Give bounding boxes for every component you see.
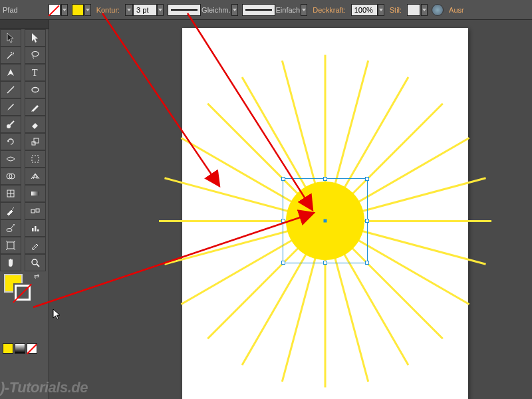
svg-point-0 — [32, 52, 39, 57]
stroke-cap-text: Gleichm. — [201, 6, 230, 14]
shape-builder-tool[interactable] — [0, 168, 21, 185]
control-bar: Pfad Kontur: Gleichm. Einfach Deckkraft:… — [0, 0, 532, 20]
resize-handle[interactable] — [323, 177, 327, 181]
mesh-tool[interactable] — [0, 185, 21, 202]
svg-rect-6 — [34, 138, 39, 143]
artboard[interactable] — [182, 28, 468, 399]
color-controls: ⇄ — [0, 271, 49, 311]
stroke-weight-label: Kontur: — [95, 6, 121, 14]
free-transform-tool[interactable] — [25, 150, 46, 168]
color-mode-solid[interactable] — [3, 343, 13, 354]
stroke-color-swatch[interactable] — [13, 283, 32, 302]
svg-rect-19 — [7, 242, 14, 249]
hand-tool[interactable] — [0, 254, 21, 271]
stroke-join-text: Einfach — [276, 6, 301, 14]
svg-rect-18 — [37, 229, 39, 231]
brush-definition[interactable] — [242, 4, 275, 16]
resize-handle[interactable] — [365, 177, 369, 181]
align-label: Ausr — [448, 6, 466, 14]
svg-rect-11 — [31, 192, 39, 196]
tools-panel: T ⇄ — [0, 20, 49, 399]
color-mode-gradient[interactable] — [15, 343, 25, 354]
resize-handle[interactable] — [281, 177, 285, 181]
pen-tool[interactable] — [0, 64, 21, 81]
resize-handle[interactable] — [281, 219, 285, 223]
canvas-area[interactable] — [49, 20, 532, 399]
blend-tool[interactable] — [25, 202, 46, 219]
svg-point-15 — [13, 224, 15, 225]
tool-grid: T — [0, 29, 49, 271]
stroke-weight-dropdown[interactable] — [157, 4, 164, 16]
scale-tool[interactable] — [25, 133, 46, 150]
watermark-text: )-Tutorials.de — [0, 379, 88, 396]
lasso-tool[interactable] — [25, 47, 46, 64]
color-mode-row — [0, 343, 49, 354]
svg-text:T: T — [32, 68, 38, 78]
stroke-dropdown[interactable] — [84, 4, 91, 16]
opacity-label: Deckkraft: — [311, 6, 347, 14]
recolor-artwork-icon[interactable] — [432, 4, 444, 16]
stroke-swatch[interactable] — [72, 4, 84, 16]
panel-grip[interactable] — [0, 20, 49, 29]
svg-point-14 — [7, 229, 12, 232]
resize-handle[interactable] — [365, 219, 369, 223]
selection-tool[interactable] — [0, 29, 21, 47]
opacity-input[interactable] — [351, 4, 378, 16]
blob-brush-tool[interactable] — [0, 116, 21, 133]
style-dropdown[interactable] — [421, 4, 428, 16]
opacity-dropdown[interactable] — [378, 4, 384, 16]
line-tool[interactable] — [0, 81, 21, 98]
selection-mode-label: Pfad — [3, 6, 18, 14]
svg-point-3 — [32, 88, 39, 92]
stroke-profile-dropdown[interactable] — [231, 4, 238, 16]
svg-rect-16 — [32, 228, 34, 231]
magic-wand-tool[interactable] — [0, 47, 21, 64]
stroke-profile[interactable] — [168, 4, 201, 16]
resize-handle[interactable] — [281, 261, 285, 265]
svg-rect-17 — [35, 226, 37, 231]
perspective-grid-tool[interactable] — [25, 168, 46, 185]
svg-rect-13 — [36, 209, 39, 212]
pencil-tool[interactable] — [25, 98, 46, 116]
fill-dropdown[interactable] — [61, 4, 68, 16]
gradient-tool[interactable] — [25, 185, 46, 202]
brush-dropdown[interactable] — [301, 4, 307, 16]
rotate-tool[interactable] — [0, 133, 21, 150]
eyedropper-tool[interactable] — [0, 202, 21, 219]
stroke-stepper-down[interactable] — [125, 4, 133, 16]
svg-rect-7 — [32, 156, 39, 162]
type-tool[interactable]: T — [25, 64, 46, 81]
paintbrush-tool[interactable] — [0, 98, 21, 116]
center-point[interactable] — [324, 219, 327, 223]
selection-bounding-box[interactable] — [283, 178, 368, 263]
symbol-sprayer-tool[interactable] — [0, 219, 21, 237]
color-mode-none[interactable] — [27, 343, 37, 354]
stroke-weight-input[interactable] — [133, 4, 157, 16]
column-graph-tool[interactable] — [25, 219, 46, 237]
eraser-tool[interactable] — [25, 116, 46, 133]
style-label: Stil: — [388, 6, 403, 14]
resize-handle[interactable] — [323, 261, 327, 265]
resize-handle[interactable] — [365, 261, 369, 265]
artboard-tool[interactable] — [0, 237, 21, 254]
direct-selection-tool[interactable] — [25, 29, 46, 47]
slice-tool[interactable] — [25, 237, 46, 254]
width-tool[interactable] — [0, 150, 21, 168]
svg-line-2 — [7, 86, 14, 93]
zoom-tool[interactable] — [25, 254, 46, 271]
ellipse-tool[interactable] — [25, 81, 46, 98]
svg-line-21 — [37, 264, 39, 267]
graphic-style[interactable] — [407, 4, 420, 16]
fill-swatch[interactable] — [49, 4, 61, 16]
svg-point-20 — [32, 259, 37, 265]
swap-colors-icon[interactable]: ⇄ — [34, 273, 39, 280]
svg-rect-12 — [31, 209, 35, 213]
